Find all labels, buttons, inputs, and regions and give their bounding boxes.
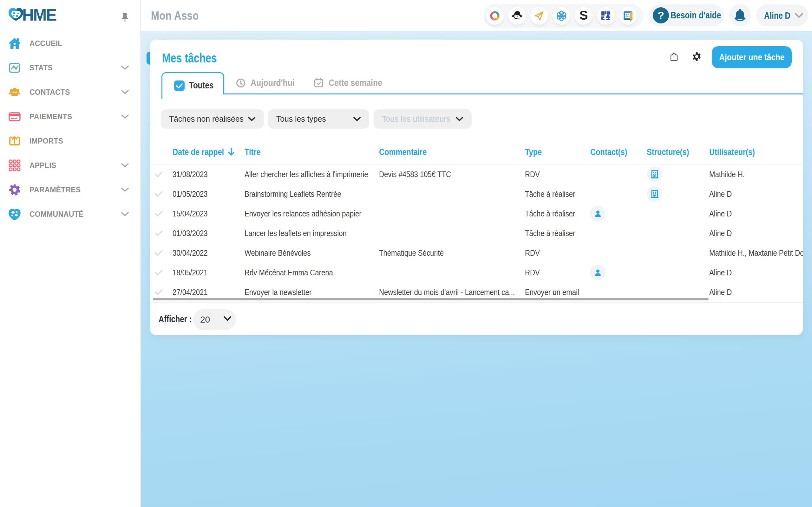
svg-text:31: 31 [625, 13, 630, 18]
svg-text:HME: HME [22, 7, 56, 23]
